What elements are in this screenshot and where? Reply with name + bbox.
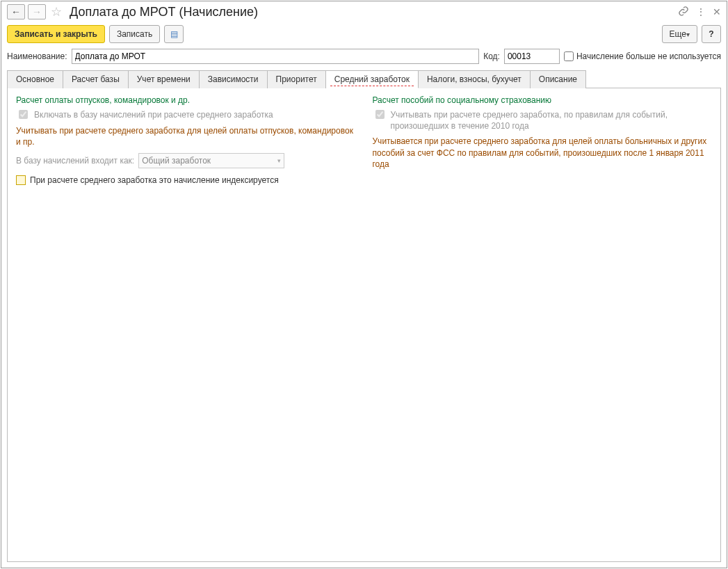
- tab-avg-label: Средний заработок: [334, 74, 410, 84]
- right-2010-checkbox-input: [375, 110, 385, 119]
- base-as-label: В базу начислений входит как:: [16, 156, 134, 166]
- unused-checkbox-label: Начисление больше не используется: [576, 51, 721, 61]
- code-input[interactable]: [504, 49, 560, 64]
- tab-active-underline: [330, 86, 414, 86]
- base-as-field: В базу начислений входит как: Общий зара…: [16, 153, 356, 168]
- unused-checkbox[interactable]: Начисление больше не используется: [564, 51, 721, 61]
- left-column: Расчет оплаты отпусков, командировок и д…: [16, 95, 356, 185]
- toolbar: Записать и закрыть Записать ▤ Еще ?: [1, 22, 727, 46]
- tab-avg[interactable]: Средний заработок: [326, 70, 419, 88]
- save-close-button[interactable]: Записать и закрыть: [7, 25, 105, 43]
- right-2010-label: Учитывать при расчете среднего заработка…: [391, 109, 713, 131]
- save-button[interactable]: Записать: [109, 25, 160, 43]
- indexation-checkbox-box: [16, 175, 26, 185]
- nav-forward-button[interactable]: →: [28, 4, 46, 19]
- tab-desc[interactable]: Описание: [531, 70, 586, 88]
- include-in-base-checkbox-input: [19, 110, 28, 119]
- tab-priority[interactable]: Приоритет: [268, 70, 326, 88]
- right-2010-checkbox: Учитывать при расчете среднего заработка…: [373, 109, 713, 131]
- indexation-label: При расчете среднего заработка это начис…: [30, 175, 279, 185]
- left-description: Учитывать при расчете среднего заработка…: [16, 125, 356, 147]
- window: ← → ☆ Доплата до МРОТ (Начисление) ⋮ ✕ З…: [1, 1, 727, 568]
- nav-back-button[interactable]: ←: [7, 4, 25, 19]
- close-icon[interactable]: ✕: [713, 6, 721, 17]
- tab-main[interactable]: Основное: [7, 70, 63, 88]
- include-in-base-checkbox: Включать в базу начислений при расчете с…: [16, 109, 356, 121]
- tab-deps[interactable]: Зависимости: [200, 70, 268, 88]
- right-description: Учитывается при расчете среднего заработ…: [373, 136, 713, 170]
- kebab-menu-icon[interactable]: ⋮: [696, 6, 706, 17]
- name-label: Наименование:: [7, 51, 67, 61]
- titlebar-actions: ⋮ ✕: [678, 6, 721, 19]
- code-label: Код:: [483, 51, 500, 61]
- columns: Расчет оплаты отпусков, командировок и д…: [16, 95, 712, 185]
- tab-base[interactable]: Расчет базы: [63, 70, 129, 88]
- report-button[interactable]: ▤: [164, 25, 184, 43]
- favorite-star-icon[interactable]: ☆: [49, 4, 64, 19]
- form-row-main: Наименование: Код: Начисление больше не …: [1, 46, 727, 67]
- tab-body: Расчет оплаты отпусков, командировок и д…: [7, 88, 721, 562]
- left-section-title: Расчет оплаты отпусков, командировок и д…: [16, 95, 356, 105]
- indexation-checkbox[interactable]: При расчете среднего заработка это начис…: [16, 175, 356, 185]
- base-as-combo-value: Общий заработок: [142, 156, 211, 166]
- report-icon: ▤: [170, 29, 178, 39]
- include-in-base-label: Включать в базу начислений при расчете с…: [34, 109, 273, 120]
- link-icon[interactable]: [678, 6, 689, 19]
- name-input[interactable]: [72, 49, 480, 64]
- right-column: Расчет пособий по социальному страховани…: [373, 95, 713, 185]
- right-section-title: Расчет пособий по социальному страховани…: [373, 95, 713, 105]
- base-as-combo[interactable]: Общий заработок: [138, 153, 284, 168]
- tab-tax[interactable]: Налоги, взносы, бухучет: [419, 70, 531, 88]
- more-button[interactable]: Еще: [662, 25, 697, 43]
- titlebar: ← → ☆ Доплата до МРОТ (Начисление) ⋮ ✕: [1, 1, 727, 22]
- tab-time[interactable]: Учет времени: [129, 70, 200, 88]
- unused-checkbox-input[interactable]: [564, 51, 574, 61]
- help-button[interactable]: ?: [702, 25, 721, 43]
- tabs: Основное Расчет базы Учет времени Зависи…: [7, 70, 721, 88]
- window-title: Доплата до МРОТ (Начисление): [70, 5, 675, 19]
